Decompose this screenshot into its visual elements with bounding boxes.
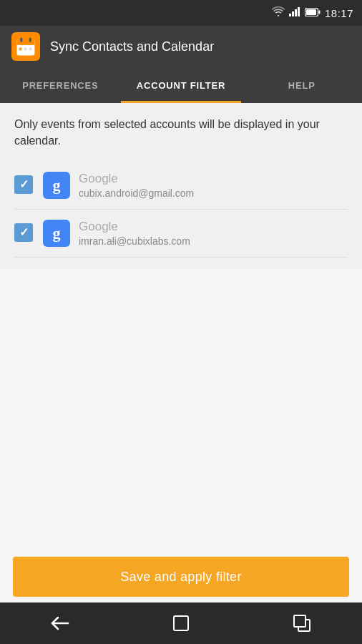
- account-list: ✓ g Google cubix.android@gmail.com ✓ g: [14, 162, 348, 258]
- svg-rect-12: [29, 38, 31, 42]
- google-g-2: g: [53, 225, 61, 241]
- status-icons: 18:17: [272, 6, 353, 19]
- account-1-checkbox[interactable]: ✓: [14, 175, 34, 195]
- account-info-2: Google imran.ali@cubixlabs.com: [79, 220, 190, 247]
- tab-bar: PREFERENCES ACCOUNT FILTER HELP: [0, 67, 362, 103]
- wifi-icon: [272, 6, 285, 19]
- checkmark-2: ✓: [19, 227, 29, 238]
- account-provider-2: Google: [79, 220, 190, 234]
- account-2-checkbox[interactable]: ✓: [14, 223, 34, 243]
- checkbox-checked-1: ✓: [14, 175, 33, 194]
- battery-icon: [305, 6, 321, 19]
- google-icon-1: g: [43, 172, 70, 199]
- google-g-1: g: [53, 177, 61, 193]
- account-provider-1: Google: [79, 172, 194, 186]
- app-header: Sync Contacts and Calendar: [0, 26, 362, 67]
- app-icon: [11, 32, 40, 61]
- svg-rect-6: [318, 11, 320, 14]
- checkmark-1: ✓: [19, 179, 29, 190]
- nav-home-button[interactable]: [160, 609, 202, 638]
- svg-rect-10: [17, 43, 35, 44]
- svg-rect-11: [20, 38, 22, 42]
- status-bar: 18:17: [0, 0, 362, 26]
- home-icon: [173, 615, 189, 631]
- recents-icon: [293, 615, 310, 632]
- svg-rect-2: [295, 9, 297, 16]
- main-content: Only events from selected accounts will …: [0, 103, 362, 269]
- status-time: 18:17: [325, 7, 353, 19]
- tab-account-filter[interactable]: ACCOUNT FILTER: [121, 67, 242, 103]
- description-text: Only events from selected accounts will …: [14, 116, 348, 149]
- app-title: Sync Contacts and Calendar: [50, 39, 214, 54]
- signal-icon: [289, 6, 300, 19]
- account-email-1: cubix.android@gmail.com: [79, 187, 194, 199]
- svg-rect-1: [292, 11, 294, 16]
- svg-rect-13: [19, 48, 22, 51]
- save-button-container: Save and apply filter: [13, 557, 349, 597]
- tab-help[interactable]: HELP: [241, 67, 362, 103]
- nav-bar: [0, 602, 362, 644]
- checkbox-checked-2: ✓: [14, 223, 33, 242]
- svg-rect-14: [24, 48, 27, 51]
- svg-rect-5: [306, 9, 316, 15]
- account-item-2: ✓ g Google imran.ali@cubixlabs.com: [14, 210, 348, 258]
- save-apply-button[interactable]: Save and apply filter: [13, 557, 349, 597]
- account-info-1: Google cubix.android@gmail.com: [79, 172, 194, 199]
- svg-rect-0: [289, 14, 291, 16]
- tab-preferences[interactable]: PREFERENCES: [0, 67, 121, 103]
- google-icon-2: g: [43, 220, 70, 247]
- svg-rect-3: [298, 7, 300, 16]
- account-email-2: imran.ali@cubixlabs.com: [79, 235, 190, 247]
- nav-recents-button[interactable]: [280, 609, 323, 638]
- account-item: ✓ g Google cubix.android@gmail.com: [14, 162, 348, 210]
- back-arrow-icon: [51, 616, 69, 630]
- nav-back-button[interactable]: [39, 609, 82, 638]
- svg-rect-15: [29, 48, 32, 51]
